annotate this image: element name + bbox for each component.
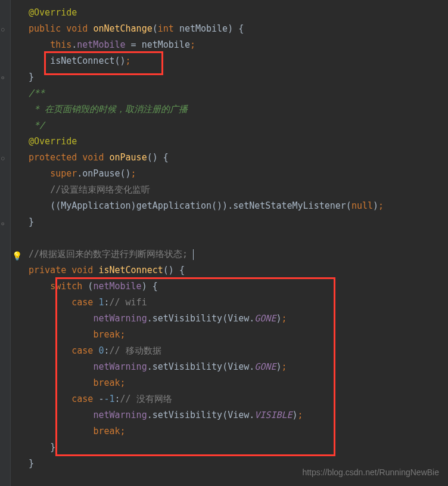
fold-marker-icon: ⊖ [1,221,8,228]
code-line: } [29,69,448,85]
code-line: this.netMobile = netMobile; [29,37,448,53]
code-line: isNetConnect(); [29,53,448,69]
intention-bulb-icon[interactable]: 💡 [12,251,22,261]
code-line: } [29,214,448,230]
code-line: super.onPause(); [29,166,448,182]
gutter: ○ ⊖ ○ ⊖ [0,0,11,486]
code-line: //设置结束网络变化监听 [29,182,448,198]
code-line: public void onNetChange(int netMobile) { [29,21,448,37]
code-line: netWarning.setVisibility(View.GONE); [29,359,448,375]
code-line: break; [29,423,448,439]
code-line: /** [29,85,448,101]
code-line: netWarning.setVisibility(View.GONE); [29,311,448,327]
fold-marker-icon: ⊖ [1,75,8,82]
code-line: ((MyApplication)getApplication()).setNet… [29,198,448,214]
code-line: //根据返回来的数字进行判断网络状态; [29,246,448,262]
code-line: } [29,439,448,456]
code-editor[interactable]: ○ ⊖ ○ ⊖ 💡 @Override public void onNetCha… [0,0,448,486]
code-line: protected void onPause() { [29,150,448,166]
override-marker-icon: ○ [1,155,8,162]
code-line: case --1:// 没有网络 [29,391,448,407]
text-cursor [193,249,194,260]
code-line: @Override [29,134,448,150]
code-line: */ [29,117,448,134]
override-marker-icon: ○ [1,26,8,33]
code-area[interactable]: @Override public void onNetChange(int ne… [11,0,448,486]
code-line: switch (netMobile) { [29,278,448,295]
code-line: @Override [29,5,448,21]
code-line [29,230,448,246]
code-line: * 在页面销毁的时候，取消注册的广播 [29,101,448,117]
code-line: netWarning.setVisibility(View.VISIBLE); [29,407,448,423]
watermark: https://blog.csdn.net/RunningNewBie [302,468,439,477]
code-line: private void isNetConnect() { [29,262,448,278]
code-line: case 0:// 移动数据 [29,343,448,359]
code-line: break; [29,327,448,343]
code-line: break; [29,375,448,391]
code-line: case 1:// wifi [29,295,448,311]
